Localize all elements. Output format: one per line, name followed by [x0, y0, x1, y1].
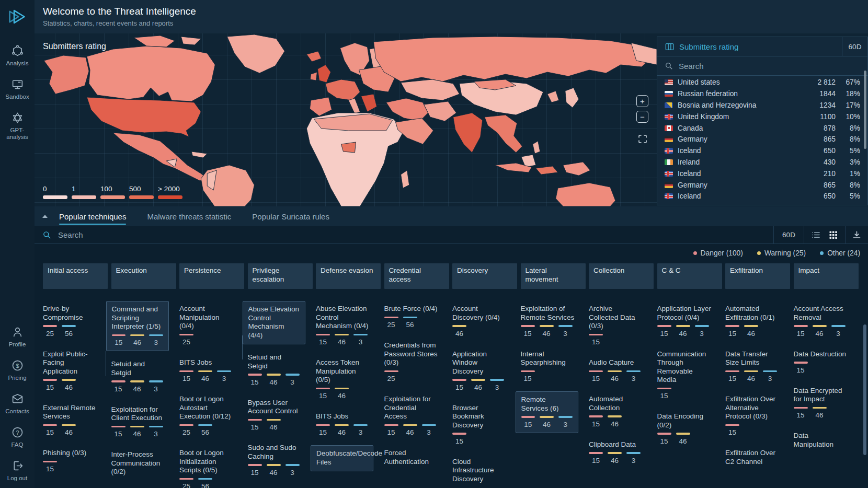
technique-card[interactable]: Deobfuscate/Decode Files [311, 445, 373, 471]
technique-card[interactable]: Inter-Process Communication (0/2) [111, 450, 176, 477]
technique-card[interactable]: Boot or Logon Initialization Scripts (0/… [179, 449, 244, 488]
technique-card[interactable]: Phishing (0/3) 15 [43, 449, 108, 473]
sidebar-item-gpt-analysis[interactable]: GPT-analysis [0, 111, 35, 141]
technique-card[interactable]: BITS Jobs 15 46 3 [316, 412, 381, 436]
submitters-map[interactable]: Submitters rating 0 1 100 500 > 2000 + − [35, 33, 657, 206]
country-row[interactable]: Germany 865 8% [657, 179, 867, 191]
technique-card[interactable]: Data Encrypted for Impact 15 46 [794, 387, 859, 420]
technique-card[interactable]: Exploitation for Client Execution 15 46 … [111, 405, 176, 438]
country-row[interactable]: Iceland 650 5% [657, 145, 867, 157]
technique-card[interactable]: Forced Authentication [384, 449, 449, 466]
grid-view-icon[interactable] [829, 231, 838, 239]
technique-card[interactable]: Drive-by Compromise 25 56 [43, 305, 108, 338]
technique-card[interactable]: Data Manipulation [794, 432, 859, 449]
technique-card[interactable]: Abuse Elevation Control Mechanism (4/4) [243, 301, 305, 344]
tab-popular-techniques[interactable]: Popular techniques [59, 206, 126, 226]
map-fullscreen-button[interactable] [637, 134, 648, 146]
country-row[interactable]: United Kingdom 1100 10% [657, 111, 867, 122]
gb-flag-icon [665, 114, 673, 120]
danger-bar [384, 424, 398, 426]
technique-stat: 25 [179, 424, 193, 437]
technique-card[interactable]: Setuid and Setgid 15 46 3 [111, 360, 176, 393]
technique-card[interactable]: Account Manipulation (0/4) 25 [179, 305, 244, 346]
technique-card[interactable]: Audio Capture 15 46 3 [589, 358, 654, 382]
technique-card[interactable]: Archive Collected Data (0/3) 15 [589, 305, 654, 346]
technique-card[interactable]: Data Transfer Size Limits 15 46 3 [725, 350, 790, 383]
sidebar-item-faq[interactable]: ? FAQ [0, 426, 35, 448]
country-row[interactable]: Iceland 210 1% [657, 168, 867, 179]
technique-card[interactable]: Browser Bookmark Discovery 15 [452, 404, 517, 445]
tab-popular-suricata-rules[interactable]: Popular Suricata rules [252, 206, 329, 226]
technique-card[interactable]: Cloud Infrastructure Discovery [452, 458, 517, 484]
country-row[interactable]: Ireland 430 3% [657, 157, 867, 168]
technique-card[interactable]: Setuid and Setgid 15 46 3 [248, 353, 313, 386]
danger-bar [179, 424, 193, 426]
sidebar-item-contacts[interactable]: Contacts [0, 392, 35, 415]
country-row[interactable]: Russian federation 1844 18% [657, 88, 867, 100]
sidebar-item-profile[interactable]: Profile [0, 326, 35, 348]
country-row[interactable]: Bosnia and Herzegovina 1234 17% [657, 100, 867, 111]
period-button[interactable]: 60D [773, 226, 804, 243]
technique-card[interactable]: BITS Jobs 15 46 3 [179, 358, 244, 382]
technique-card[interactable]: Exploit Public-Facing Application 15 46 [43, 350, 108, 391]
map-zoom-in-button[interactable]: + [636, 95, 648, 107]
warning-bar [267, 419, 281, 421]
technique-card[interactable]: Access Token Manipulation (0/5) 15 46 [316, 358, 381, 400]
technique-card[interactable]: Brute Force (0/4) 25 56 [384, 305, 449, 329]
technique-card[interactable]: Bypass User Account Control 15 46 [248, 399, 313, 432]
techniques-search-input[interactable] [57, 230, 766, 240]
warning-bar [452, 325, 466, 327]
country-value: 865 [807, 181, 836, 189]
technique-card[interactable]: Boot or Logon Autostart Execution (0/12)… [179, 395, 244, 436]
technique-card[interactable]: Command and Scripting Interpreter (1/5) … [106, 301, 169, 351]
sidebar-item-pricing[interactable]: $ Pricing [0, 359, 35, 381]
warning-bar [335, 424, 349, 426]
technique-card[interactable]: Account Discovery (0/4) 46 [452, 305, 517, 338]
collapse-caret-icon[interactable] [42, 215, 48, 218]
technique-stat: 15 [43, 461, 57, 473]
map-zoom-out-button[interactable]: − [636, 111, 648, 123]
panel-title[interactable]: Submitters rating [657, 37, 842, 56]
technique-card[interactable]: Remote Services (6) 15 46 3 [516, 391, 578, 433]
technique-stat: 3 [695, 325, 709, 338]
technique-card[interactable]: Abuse Elevation Control Mechanism (0/4) … [316, 305, 381, 346]
technique-card[interactable]: Sudo and Sudo Caching 15 46 3 [248, 444, 313, 477]
technique-card[interactable]: Data Encoding (0/2) 15 46 [657, 412, 722, 445]
country-list-scrollbar[interactable] [864, 71, 866, 149]
country-row[interactable]: Iceland 650 5% [657, 191, 867, 202]
panel-search-input[interactable] [678, 61, 860, 71]
download-button[interactable] [845, 226, 868, 243]
technique-card[interactable]: Automated Collection 15 46 [589, 395, 654, 428]
tab-malware-threats-statistic[interactable]: Malware threats statistic [147, 206, 231, 226]
technique-card[interactable]: Automated Exfiltration (0/1) 15 46 [725, 305, 790, 338]
sidebar-item-sandbox[interactable]: Sandbox [0, 78, 35, 100]
technique-card[interactable]: Exfiltration Over Alternative Protocol (… [725, 395, 790, 436]
page-header: Welcome to the Threat Intelligence Stati… [35, 0, 868, 33]
technique-card[interactable]: Account Access Removal 15 46 3 [794, 305, 859, 338]
technique-card[interactable]: Application Window Discovery 15 46 3 [452, 350, 517, 391]
technique-card[interactable]: Credentials from Password Stores (0/3) 2… [384, 341, 449, 382]
sandbox-icon [11, 78, 24, 91]
app-logo[interactable] [0, 0, 35, 33]
technique-card[interactable]: Application Layer Protocol (0/4) 15 46 3 [657, 305, 722, 338]
country-row[interactable]: Germany 865 8% [657, 134, 867, 145]
technique-card[interactable]: Internal Spearphishing 15 [521, 350, 586, 383]
country-row[interactable]: United states 2 812 67% [657, 77, 867, 88]
sidebar-item-analysis[interactable]: Analysis [0, 44, 35, 67]
technique-card[interactable]: Data Destruction 15 [794, 350, 859, 374]
technique-card[interactable]: Exfiltration Over C2 Channel [725, 449, 790, 466]
technique-card[interactable]: Clipboard Data 15 46 3 [589, 440, 654, 464]
panel-period-button[interactable]: 60D [842, 37, 867, 56]
search-icon [42, 230, 51, 239]
technique-stat: 46 [335, 388, 349, 400]
technique-stat: 3 [285, 374, 300, 386]
technique-card[interactable]: Exploitation of Remote Services 15 46 3 [521, 305, 586, 338]
country-row[interactable]: Canada 878 8% [657, 122, 867, 134]
warning-bar [335, 388, 349, 390]
sidebar-item-logout[interactable]: Log out [0, 459, 35, 482]
technique-card[interactable]: External Remote Services 15 46 [43, 404, 108, 437]
technique-card[interactable]: Exploitation for Credential Access 15 46… [384, 395, 449, 436]
matrix-scrollbar[interactable] [863, 324, 866, 455]
technique-card[interactable]: Communication Through Removable Media 15 [657, 350, 722, 400]
list-view-icon[interactable] [812, 231, 820, 239]
